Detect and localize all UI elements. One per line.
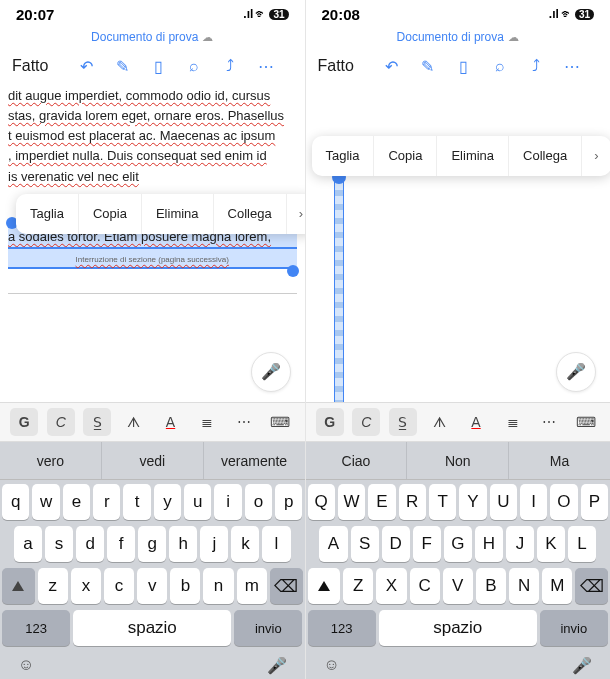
textcolor-icon[interactable]: A <box>157 408 185 436</box>
voice-button[interactable]: 🎤 <box>556 352 596 392</box>
key-a[interactable]: a <box>14 526 42 562</box>
key-d[interactable]: d <box>76 526 104 562</box>
suggestion[interactable]: vedi <box>102 442 204 479</box>
key-j[interactable]: j <box>200 526 228 562</box>
done-button[interactable]: Fatto <box>12 57 56 75</box>
emoji-key[interactable]: ☺ <box>18 656 34 675</box>
key-j[interactable]: J <box>506 526 534 562</box>
key-x[interactable]: X <box>376 568 406 604</box>
keyboard-toggle-icon[interactable]: ⌨ <box>266 408 294 436</box>
list-icon[interactable]: ≣ <box>193 408 221 436</box>
search-icon[interactable]: ⌕ <box>180 52 208 80</box>
key-h[interactable]: H <box>475 526 503 562</box>
key-u[interactable]: U <box>490 484 517 520</box>
strike-button[interactable]: S̲ <box>389 408 417 436</box>
more-format-icon[interactable]: ⋯ <box>230 408 258 436</box>
ctx-copy[interactable]: Copia <box>79 194 142 234</box>
document-area[interactable]: Taglia Copia Elimina Collega › 🎤 <box>306 86 611 402</box>
key-k[interactable]: K <box>537 526 565 562</box>
key-l[interactable]: l <box>262 526 290 562</box>
ctx-link[interactable]: Collega <box>214 194 287 234</box>
key-q[interactable]: Q <box>308 484 335 520</box>
key-x[interactable]: x <box>71 568 101 604</box>
doc-title[interactable]: Documento di prova☁ <box>0 28 305 46</box>
suggestion[interactable]: vero <box>0 442 102 479</box>
shift-key[interactable] <box>308 568 341 604</box>
key-p[interactable]: p <box>275 484 302 520</box>
suggestion[interactable]: veramente <box>204 442 305 479</box>
key-z[interactable]: z <box>38 568 68 604</box>
key-d[interactable]: D <box>382 526 410 562</box>
key-y[interactable]: Y <box>459 484 486 520</box>
key-s[interactable]: s <box>45 526 73 562</box>
suggestion[interactable]: Non <box>407 442 509 479</box>
key-a[interactable]: A <box>319 526 347 562</box>
undo-icon[interactable]: ↶ <box>72 52 100 80</box>
key-m[interactable]: m <box>237 568 267 604</box>
ctx-more[interactable]: › <box>287 194 305 234</box>
draw-icon[interactable]: ✎ <box>414 52 442 80</box>
strike-button[interactable]: S̲ <box>83 408 111 436</box>
key-c[interactable]: C <box>410 568 440 604</box>
more-format-icon[interactable]: ⋯ <box>535 408 563 436</box>
num-key[interactable]: 123 <box>2 610 70 646</box>
mobile-icon[interactable]: ▯ <box>450 52 478 80</box>
ctx-copy[interactable]: Copia <box>374 136 437 176</box>
enter-key[interactable]: invio <box>234 610 302 646</box>
space-key[interactable]: spazio <box>379 610 537 646</box>
key-b[interactable]: B <box>476 568 506 604</box>
key-r[interactable]: R <box>399 484 426 520</box>
key-h[interactable]: h <box>169 526 197 562</box>
undo-icon[interactable]: ↶ <box>378 52 406 80</box>
italic-button[interactable]: C <box>47 408 75 436</box>
key-v[interactable]: V <box>443 568 473 604</box>
key-e[interactable]: e <box>63 484 90 520</box>
voice-button[interactable]: 🎤 <box>251 352 291 392</box>
space-key[interactable]: spazio <box>73 610 231 646</box>
vertical-selection[interactable] <box>334 176 344 402</box>
bold-button[interactable]: G <box>316 408 344 436</box>
key-i[interactable]: I <box>520 484 547 520</box>
bold-button[interactable]: G <box>10 408 38 436</box>
key-o[interactable]: O <box>550 484 577 520</box>
ctx-delete[interactable]: Elimina <box>437 136 509 176</box>
draw-icon[interactable]: ✎ <box>108 52 136 80</box>
ctx-link[interactable]: Collega <box>509 136 582 176</box>
backspace-key[interactable]: ⌫ <box>270 568 303 604</box>
more-icon[interactable]: ⋯ <box>252 52 280 80</box>
key-e[interactable]: E <box>368 484 395 520</box>
highlight-icon[interactable]: ᗑ <box>425 408 453 436</box>
key-p[interactable]: P <box>581 484 608 520</box>
key-t[interactable]: t <box>123 484 150 520</box>
highlight-icon[interactable]: ᗑ <box>120 408 148 436</box>
done-button[interactable]: Fatto <box>318 57 362 75</box>
mic-key[interactable]: 🎤 <box>267 656 287 675</box>
mobile-icon[interactable]: ▯ <box>144 52 172 80</box>
more-icon[interactable]: ⋯ <box>558 52 586 80</box>
key-w[interactable]: w <box>32 484 59 520</box>
num-key[interactable]: 123 <box>308 610 376 646</box>
key-t[interactable]: T <box>429 484 456 520</box>
enter-key[interactable]: invio <box>540 610 608 646</box>
key-m[interactable]: M <box>542 568 572 604</box>
share-icon[interactable]: ⤴ <box>522 52 550 80</box>
search-icon[interactable]: ⌕ <box>486 52 514 80</box>
key-y[interactable]: y <box>154 484 181 520</box>
key-w[interactable]: W <box>338 484 365 520</box>
share-icon[interactable]: ⤴ <box>216 52 244 80</box>
key-q[interactable]: q <box>2 484 29 520</box>
italic-button[interactable]: C <box>352 408 380 436</box>
ctx-delete[interactable]: Elimina <box>142 194 214 234</box>
document-area[interactable]: dit augue imperdiet, commodo odio id, cu… <box>0 86 305 402</box>
key-s[interactable]: S <box>351 526 379 562</box>
suggestion[interactable]: Ma <box>509 442 610 479</box>
key-f[interactable]: F <box>413 526 441 562</box>
backspace-key[interactable]: ⌫ <box>575 568 608 604</box>
ctx-cut[interactable]: Taglia <box>16 194 79 234</box>
key-r[interactable]: r <box>93 484 120 520</box>
shift-key[interactable] <box>2 568 35 604</box>
mic-key[interactable]: 🎤 <box>572 656 592 675</box>
key-c[interactable]: c <box>104 568 134 604</box>
list-icon[interactable]: ≣ <box>499 408 527 436</box>
ctx-cut[interactable]: Taglia <box>312 136 375 176</box>
